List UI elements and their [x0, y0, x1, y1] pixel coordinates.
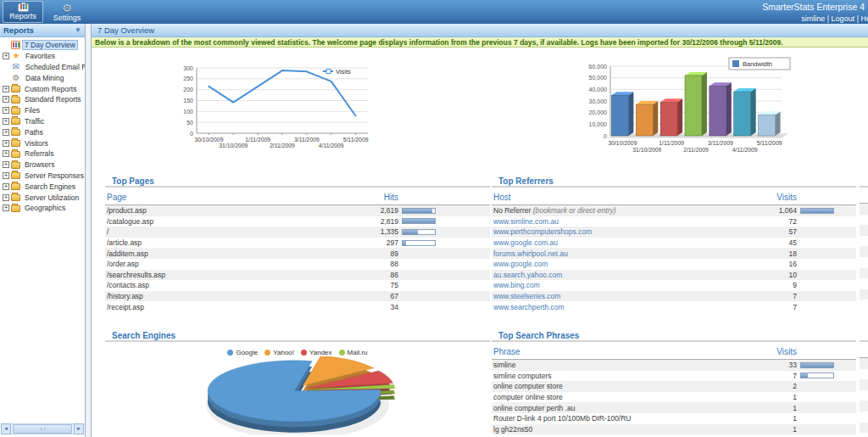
- table-row: www.steelseries.com7: [492, 291, 856, 302]
- top-pages-section: Top Pages PageHits /product.asp2,619/cat…: [105, 176, 490, 312]
- table-row: /product.asp2,619: [105, 205, 490, 216]
- sidebar-item-paths[interactable]: +Paths: [0, 126, 85, 137]
- scrollbar-thumb[interactable]: [13, 424, 72, 434]
- value-bar: [402, 229, 436, 235]
- scroll-right-arrow[interactable]: ►: [74, 423, 84, 434]
- sidebar-item-label: Files: [23, 106, 42, 115]
- row-value: 16: [761, 260, 797, 268]
- scrollbar-track[interactable]: [11, 423, 74, 434]
- host-link[interactable]: www.google.com.au: [493, 238, 761, 247]
- expand-icon[interactable]: +: [3, 107, 9, 114]
- expand-icon[interactable]: +: [3, 129, 9, 136]
- settings-button-label: Settings: [53, 14, 81, 22]
- sidebar-item-server-responses[interactable]: +Server Responses: [0, 171, 85, 182]
- sidebar-item-traffic[interactable]: +Traffic: [0, 116, 85, 127]
- svg-text:100: 100: [183, 109, 193, 115]
- sidebar-item-geographics[interactable]: +Geographics: [0, 203, 85, 214]
- row-value: 34: [363, 303, 398, 311]
- email-icon: ✉: [11, 63, 21, 71]
- host-link[interactable]: www.steelseries.com: [493, 292, 761, 300]
- row-value: 86: [363, 271, 398, 279]
- expand-icon[interactable]: +: [3, 183, 9, 190]
- sidebar-item-label: Server Utilization: [23, 193, 81, 202]
- expand-icon[interactable]: +: [3, 96, 9, 103]
- row-value: 33: [761, 361, 797, 369]
- sidebar-item-referrals[interactable]: +Referrals: [0, 148, 85, 160]
- svg-text:300: 300: [183, 65, 193, 71]
- expand-icon[interactable]: +: [3, 86, 9, 92]
- sidebar-item-standard-reports[interactable]: +Standard Reports: [0, 94, 85, 105]
- expand-icon[interactable]: +: [3, 194, 9, 201]
- sidebar-panel-title: Reports: [3, 25, 34, 35]
- sidebar-item-favorites[interactable]: +★Favorites: [0, 51, 85, 62]
- svg-text:Visits: Visits: [336, 68, 351, 76]
- row-label: No Referrer (bookmark or direct-entry): [493, 206, 761, 215]
- legend-dot: [264, 350, 270, 356]
- sidebar-item-server-utilization[interactable]: +Server Utilization: [0, 192, 85, 203]
- host-link[interactable]: www.searchperth.com: [493, 303, 761, 311]
- expand-icon[interactable]: +: [3, 150, 9, 157]
- star-icon: ★: [11, 52, 21, 60]
- host-link[interactable]: www.simline.com.au: [493, 217, 761, 226]
- expand-icon[interactable]: +: [3, 140, 9, 147]
- sidebar-item-label: 7 Day Overview: [23, 41, 77, 49]
- host-link[interactable]: www.bing.com: [493, 281, 761, 289]
- expand-icon[interactable]: +: [3, 53, 9, 59]
- top-bar: Reports ⚙ Settings SmarterStats Enterpri…: [0, 0, 868, 24]
- user-link-simline[interactable]: simline: [801, 14, 825, 23]
- page-title: 7 Day Overview: [92, 24, 868, 37]
- settings-toolbar-button[interactable]: ⚙ Settings: [47, 1, 87, 23]
- chevron-down-icon[interactable]: ▼: [75, 24, 81, 36]
- host-link[interactable]: au.search.yahoo.com: [493, 271, 761, 279]
- sidebar-item-scheduled-email-reports[interactable]: ✉Scheduled Email Reports: [0, 62, 85, 73]
- sidebar-item-label: Visitors: [23, 139, 50, 148]
- scroll-left-arrow[interactable]: ◄: [1, 423, 11, 434]
- svg-text:2/11/2009: 2/11/2009: [683, 147, 709, 153]
- legend-dot: [227, 350, 233, 356]
- row-label: /searchresults.asp: [107, 271, 363, 279]
- row-value: 1: [761, 425, 797, 434]
- table-row: www.simline.com.au72: [492, 216, 856, 227]
- sidebar-item-data-mining[interactable]: ⚙Data Mining: [0, 72, 85, 83]
- sidebar-item-visitors[interactable]: +Visitors: [0, 137, 85, 148]
- sidebar-item-label: Custom Reports: [23, 85, 78, 93]
- expand-icon[interactable]: +: [3, 161, 9, 168]
- sidebar-panel-header[interactable]: ▼ Reports: [0, 24, 85, 37]
- sidebar-item-search-engines[interactable]: +Search Engines: [0, 181, 85, 192]
- tools-icon: ⚙: [11, 74, 21, 82]
- user-link-help[interactable]: Help: [860, 14, 868, 23]
- value-bar: [402, 208, 436, 214]
- expand-icon[interactable]: +: [3, 204, 9, 211]
- host-link[interactable]: www.perthcomputershops.com: [493, 227, 761, 236]
- sidebar-item-7-day-overview[interactable]: 7 Day Overview: [0, 40, 85, 51]
- column-header-phrase: Phrase: [493, 347, 520, 356]
- row-label: /receipt.asp: [107, 303, 363, 311]
- host-link[interactable]: forums.whirlpool.net.au: [493, 249, 761, 258]
- sidebar-item-label: Search Engines: [23, 182, 77, 191]
- sidebar-item-browsers[interactable]: +Browsers: [0, 160, 85, 171]
- user-link-logout[interactable]: Logout: [832, 14, 855, 23]
- expand-icon[interactable]: +: [3, 118, 9, 125]
- row-label: online computer store: [493, 382, 761, 390]
- table-row: /searchresults.asp86: [105, 270, 490, 281]
- sidebar-item-label: Standard Reports: [23, 95, 83, 104]
- value-bar: [800, 208, 834, 214]
- reports-toolbar-button[interactable]: Reports: [3, 1, 43, 23]
- svg-text:0: 0: [604, 133, 607, 139]
- row-label: simline: [493, 361, 761, 369]
- app-title: SmarterStats Enterprise 4: [762, 2, 865, 12]
- section-title: Search Engines: [105, 331, 490, 342]
- sidebar-item-custom-reports[interactable]: +Custom Reports: [0, 83, 85, 94]
- sidebar-item-files[interactable]: +Files: [0, 105, 85, 116]
- folder-icon: [11, 194, 20, 201]
- expand-icon[interactable]: +: [3, 172, 9, 179]
- table-header: PhraseVisits: [492, 342, 856, 360]
- svg-text:2/11/2009: 2/11/2009: [270, 143, 295, 148]
- legend-item-mailru: Mail.ru: [339, 349, 368, 356]
- table-row: /order.asp88: [105, 259, 490, 270]
- host-link[interactable]: www.google.com: [493, 260, 761, 268]
- row-value: 1,064: [761, 206, 797, 215]
- panel-splitter[interactable]: [85, 24, 92, 437]
- cropped-table-sliver: [860, 331, 868, 433]
- table-body: /product.asp2,619/catalogue.asp2,819/1,3…: [105, 205, 490, 312]
